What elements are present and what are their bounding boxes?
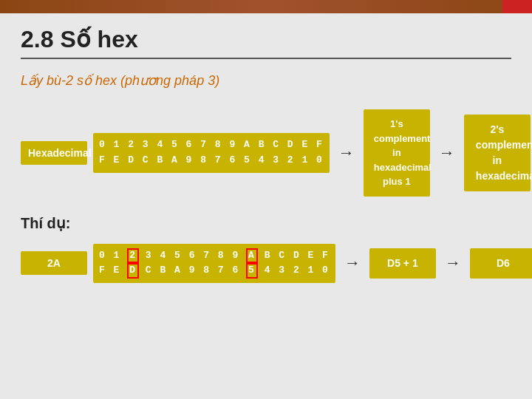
d5-plus-1-box: D5 + 1 bbox=[369, 248, 436, 279]
twos-complement-box: 2's complement in hexadecimal bbox=[464, 115, 531, 191]
diagram-row-2: 2A 0 1 2 3 4 5 6 7 8 9 A B C D E F F E D… bbox=[21, 244, 511, 284]
highlight-5: 5 bbox=[246, 263, 258, 279]
subtitle: Lấy bù-2 số hex (phương pháp 3) bbox=[21, 72, 511, 89]
arrow-4: → bbox=[445, 253, 461, 273]
arrow-2: → bbox=[439, 143, 455, 163]
d6-box: D6 bbox=[470, 248, 532, 279]
top-bar-accent bbox=[502, 0, 532, 13]
page-title: 2.8 Số hex bbox=[21, 25, 511, 53]
hex-row1: 0 1 2 3 4 5 6 7 8 9 A B C D E F bbox=[99, 137, 324, 153]
arrow-1: → bbox=[338, 143, 355, 163]
input-label-2a: 2A bbox=[21, 251, 87, 275]
title-divider bbox=[21, 58, 511, 59]
arrow-3: → bbox=[344, 253, 361, 273]
top-bar bbox=[0, 0, 532, 13]
hex-mapping-table: 0 1 2 3 4 5 6 7 8 9 A B C D E F F E D C … bbox=[93, 133, 330, 173]
diagram-row-1: Hexadecimal 0 1 2 3 4 5 6 7 8 9 A B C D … bbox=[21, 109, 511, 197]
highlight-2: 2 bbox=[127, 248, 139, 264]
highlight-A: A bbox=[246, 248, 258, 264]
hexadecimal-label: Hexadecimal bbox=[21, 141, 87, 165]
example-label: Thí dụ: bbox=[21, 214, 511, 232]
example-row2: F E D C B A 9 8 7 6 5 4 3 2 1 0 bbox=[99, 263, 330, 279]
example-row1: 0 1 2 3 4 5 6 7 8 9 A B C D E F bbox=[99, 248, 330, 264]
highlight-D: D bbox=[127, 263, 139, 279]
main-content: 2.8 Số hex Lấy bù-2 số hex (phương pháp … bbox=[0, 13, 532, 313]
hex-row2: F E D C B A 9 8 7 6 5 4 3 2 1 0 bbox=[99, 153, 324, 168]
hex-mapping-table-example: 0 1 2 3 4 5 6 7 8 9 A B C D E F F E D C … bbox=[93, 244, 335, 284]
ones-complement-box: 1's complement in hexadecimal plus 1 bbox=[364, 109, 430, 197]
